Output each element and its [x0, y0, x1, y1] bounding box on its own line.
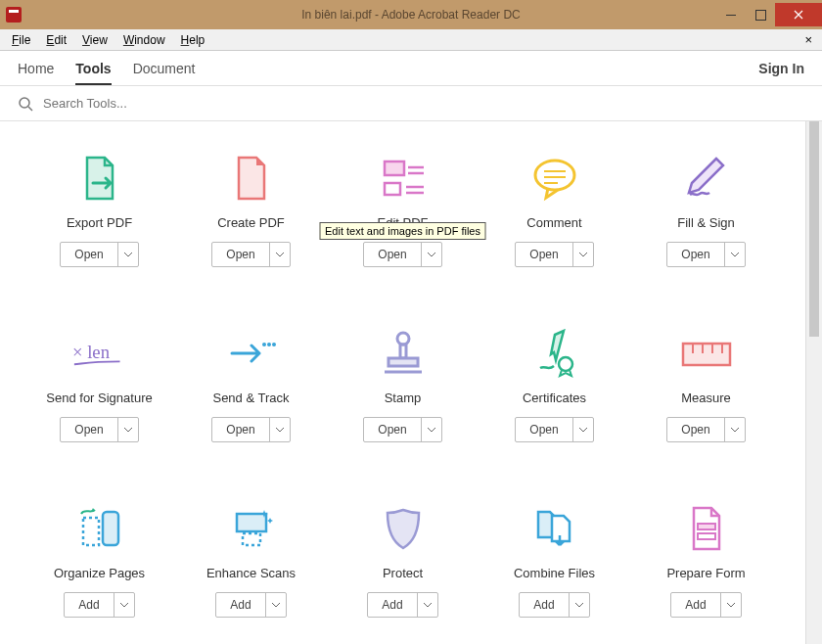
tool-label: Measure: [681, 391, 731, 405]
tool-edit-pdf[interactable]: Edit PDF Edit text and images in PDF fil…: [327, 151, 479, 267]
dropdown-button[interactable]: [725, 418, 745, 441]
tool-label: Send & Track: [212, 391, 289, 405]
tool-export-pdf[interactable]: Export PDF Open: [23, 151, 175, 267]
menu-edit[interactable]: Edit: [38, 33, 74, 47]
menu-view[interactable]: View: [74, 33, 115, 47]
nav-tab-document[interactable]: Document: [133, 61, 196, 76]
open-button[interactable]: Open: [364, 243, 421, 266]
export-pdf-icon: [72, 151, 127, 206]
protect-icon: [376, 501, 431, 556]
open-button[interactable]: Open: [516, 418, 572, 441]
app-icon: [6, 7, 22, 23]
tool-label: Organize Pages: [54, 566, 145, 580]
sign-in-link[interactable]: Sign In: [758, 61, 804, 76]
open-button[interactable]: Open: [364, 418, 421, 441]
organize-pages-icon: [72, 501, 127, 556]
svg-point-19: [559, 357, 572, 371]
enhance-scans-icon: [224, 501, 279, 556]
open-button[interactable]: Open: [212, 243, 269, 266]
tool-send-signature[interactable]: × len Send for Signature Open: [23, 326, 175, 442]
vertical-scrollbar[interactable]: [805, 121, 822, 644]
tool-action: Open: [515, 417, 593, 442]
add-button[interactable]: Add: [520, 593, 569, 617]
tool-create-pdf[interactable]: Create PDF Open: [175, 151, 327, 267]
tool-label: Combine Files: [514, 566, 595, 580]
navbar: Home Tools Document Sign In: [0, 51, 822, 86]
window-controls: [716, 3, 822, 26]
svg-rect-28: [243, 533, 260, 545]
svg-line-1: [28, 107, 32, 111]
tool-label: Enhance Scans: [206, 566, 296, 580]
tools-grid-container: Export PDF Open Create PDF Open Edit PDF…: [0, 121, 805, 644]
nav-tab-home[interactable]: Home: [18, 61, 54, 76]
open-button[interactable]: Open: [61, 243, 117, 266]
search-input[interactable]: [43, 96, 337, 111]
menu-help[interactable]: Help: [173, 33, 213, 47]
tool-action: Open: [363, 242, 441, 267]
tool-certificates[interactable]: Certificates Open: [479, 326, 630, 442]
dropdown-button[interactable]: [270, 243, 290, 266]
open-button[interactable]: Open: [212, 418, 269, 441]
tool-comment[interactable]: Comment Open: [479, 151, 630, 267]
dropdown-button[interactable]: [118, 243, 138, 266]
svg-point-8: [535, 161, 574, 190]
add-button[interactable]: Add: [216, 593, 265, 617]
tool-organize-pages[interactable]: Organize Pages Add: [23, 501, 175, 618]
search-icon: [18, 96, 33, 112]
tool-label: Certificates: [523, 391, 586, 405]
dropdown-button[interactable]: [573, 418, 593, 441]
tool-label: Export PDF: [67, 215, 132, 230]
svg-rect-26: [103, 512, 118, 545]
add-button[interactable]: Add: [65, 593, 114, 617]
tool-fill-sign[interactable]: Fill & Sign Open: [630, 151, 782, 267]
svg-text:× len: × len: [72, 342, 111, 362]
tool-action: Add: [519, 592, 589, 618]
svg-point-13: [262, 343, 266, 346]
dropdown-button[interactable]: [422, 243, 441, 266]
tool-prepare-form[interactable]: Prepare Form Add: [630, 501, 782, 618]
nav-tab-tools[interactable]: Tools: [75, 61, 111, 76]
open-button[interactable]: Open: [667, 243, 724, 266]
open-button[interactable]: Open: [667, 418, 724, 441]
tool-action: Open: [60, 242, 138, 267]
tool-action: Add: [670, 592, 741, 618]
tool-action: Open: [211, 242, 290, 267]
dropdown-button[interactable]: [114, 593, 134, 617]
dropdown-button[interactable]: [118, 418, 138, 441]
certificates-icon: [527, 326, 582, 381]
dropdown-button[interactable]: [418, 593, 437, 617]
dropdown-button[interactable]: [270, 418, 290, 441]
menu-window[interactable]: Window: [115, 33, 173, 47]
stamp-icon: [376, 326, 431, 381]
dropdown-button[interactable]: [570, 593, 589, 617]
dropdown-button[interactable]: [266, 593, 286, 617]
scrollbar-thumb[interactable]: [809, 121, 819, 337]
window-minimize-button[interactable]: [716, 3, 746, 26]
svg-point-15: [272, 343, 276, 346]
tool-send-track[interactable]: Send & Track Open: [175, 326, 327, 442]
open-button[interactable]: Open: [61, 418, 117, 441]
add-button[interactable]: Add: [671, 593, 720, 617]
dropdown-button[interactable]: [721, 593, 741, 617]
tool-action: Open: [363, 417, 441, 442]
open-button[interactable]: Open: [516, 243, 572, 266]
dropdown-button[interactable]: [725, 243, 745, 266]
send-track-icon: [224, 326, 279, 381]
create-pdf-icon: [224, 151, 279, 206]
add-button[interactable]: Add: [368, 593, 417, 617]
dropdown-button[interactable]: [573, 243, 593, 266]
tool-enhance-scans[interactable]: Enhance Scans Add: [175, 501, 327, 618]
tool-combine-files[interactable]: Combine Files Add: [479, 501, 630, 618]
tooltip: Edit text and images in PDF files: [319, 222, 486, 240]
tool-stamp[interactable]: Stamp Open: [327, 326, 479, 442]
document-close-icon[interactable]: ×: [799, 32, 818, 47]
tool-action: Open: [666, 242, 745, 267]
window-close-button[interactable]: [775, 3, 822, 26]
menu-file[interactable]: File: [4, 33, 38, 47]
window-maximize-button[interactable]: [746, 3, 775, 26]
dropdown-button[interactable]: [422, 418, 441, 441]
tool-protect[interactable]: Protect Add: [327, 501, 479, 618]
tool-label: Send for Signature: [46, 391, 152, 405]
tool-measure[interactable]: Measure Open: [630, 326, 782, 442]
tool-label: Comment: [526, 215, 581, 230]
